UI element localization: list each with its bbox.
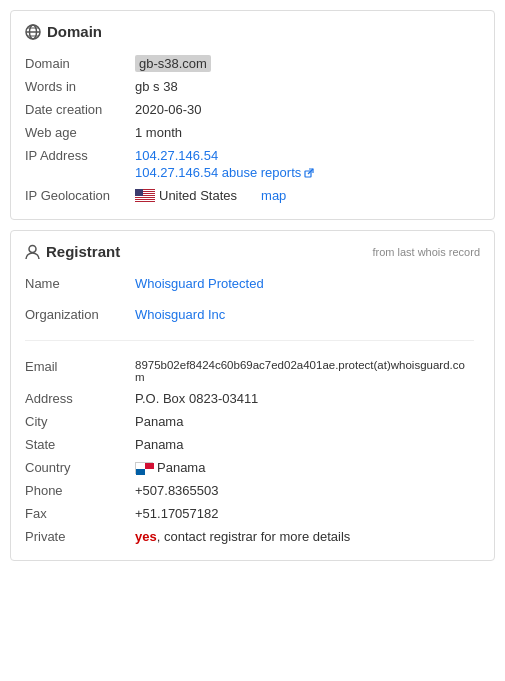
registrant-section-title: Registrant [25,243,120,260]
org-label: Organization [25,303,135,326]
domain-title-text: Domain [47,23,102,40]
name-label: Name [25,272,135,295]
domain-info-table: Domain gb-s38.com Words in gb s 38 Date … [25,52,480,207]
words-in-value: gb s 38 [135,75,480,98]
phone-value: +507.8365503 [135,479,480,502]
svg-rect-14 [135,189,143,196]
ip-address-label: IP Address [25,144,135,184]
table-row: IP Address 104.27.146.54 104.27.146.54 a… [25,144,480,184]
ip-abuse-link[interactable]: 104.27.146.54 abuse reports [135,165,474,180]
date-creation-label: Date creation [25,98,135,121]
table-row: IP Geolocation United [25,184,480,207]
org-link[interactable]: Whoisguard Inc [135,307,225,322]
name-value: Whoisguard Protected [135,272,480,295]
state-label: State [25,433,135,456]
web-age-value: 1 month [135,121,480,144]
table-row [25,326,480,355]
registrant-section: Registrant from last whois record Name W… [10,230,495,561]
private-yes-text: yes [135,529,157,544]
us-flag-icon [135,189,155,202]
private-value: yes, contact registrar for more details [135,525,480,548]
address-value: P.O. Box 0823-03411 [135,387,480,410]
state-value: Panama [135,433,480,456]
registrant-title-text: Registrant [46,243,120,260]
table-row: Organization Whoisguard Inc [25,303,480,326]
table-row: Country Panama [25,456,480,479]
domain-label: Domain [25,52,135,75]
date-creation-value: 2020-06-30 [135,98,480,121]
email-label: Email [25,355,135,387]
private-rest-text: , contact registrar for more details [157,529,351,544]
ip-address-cell: 104.27.146.54 104.27.146.54 abuse report… [135,144,480,184]
table-row: Date creation 2020-06-30 [25,98,480,121]
svg-point-15 [29,245,36,252]
svg-rect-13 [135,200,155,201]
country-name: Panama [157,460,205,475]
country-value: Panama [135,456,480,479]
email-value: 8975b02ef8424c60b69ac7ed02a401ae.protect… [135,355,480,387]
city-value: Panama [135,410,480,433]
registrant-section-header: Registrant from last whois record [25,243,480,260]
globe-icon [25,24,41,40]
ip-geo-value: United States map [135,184,480,207]
from-last-whois: from last whois record [372,246,480,258]
domain-section: Domain Domain gb-s38.com Words in gb s 3… [10,10,495,220]
country-label: Country [25,456,135,479]
table-row: Fax +51.17057182 [25,502,480,525]
table-row: Words in gb s 38 [25,75,480,98]
table-row: State Panama [25,433,480,456]
ip-abuse-text: 104.27.146.54 abuse reports [135,165,301,180]
domain-value: gb-s38.com [135,52,480,75]
phone-label: Phone [25,479,135,502]
panama-flag-icon [135,462,153,474]
words-in-label: Words in [25,75,135,98]
table-row: Web age 1 month [25,121,480,144]
person-icon [25,244,40,260]
map-link[interactable]: map [261,188,286,203]
geo-country: United States [159,188,237,203]
table-row: Phone +507.8365503 [25,479,480,502]
svg-rect-12 [135,198,155,199]
domain-highlight: gb-s38.com [135,55,211,72]
city-label: City [25,410,135,433]
org-value: Whoisguard Inc [135,303,480,326]
table-row [25,295,480,303]
web-age-label: Web age [25,121,135,144]
table-row: City Panama [25,410,480,433]
table-row: Name Whoisguard Protected [25,272,480,295]
divider [25,340,474,341]
registrant-info-table: Name Whoisguard Protected Organization W… [25,272,480,548]
address-label: Address [25,387,135,410]
private-label: Private [25,525,135,548]
fax-value: +51.17057182 [135,502,480,525]
domain-section-title: Domain [25,23,480,40]
svg-rect-11 [135,196,155,197]
table-row: Address P.O. Box 0823-03411 [25,387,480,410]
ip-address-link[interactable]: 104.27.146.54 [135,148,474,163]
ip-geo-label: IP Geolocation [25,184,135,207]
table-row: Private yes, contact registrar for more … [25,525,480,548]
table-row: Email 8975b02ef8424c60b69ac7ed02a401ae.p… [25,355,480,387]
whoisguard-name-link[interactable]: Whoisguard Protected [135,276,264,291]
fax-label: Fax [25,502,135,525]
external-link-icon [304,168,314,178]
table-row: Domain gb-s38.com [25,52,480,75]
